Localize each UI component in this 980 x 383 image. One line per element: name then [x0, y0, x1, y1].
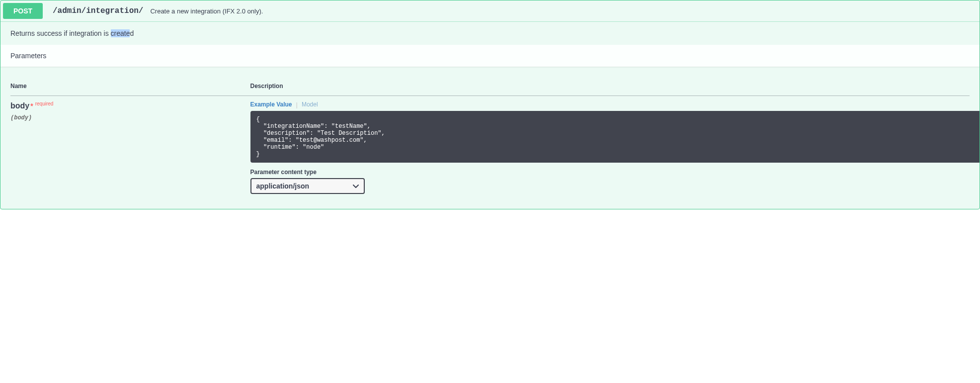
required-star: * — [30, 102, 33, 110]
operation-description: Returns success if integration is create… — [0, 22, 980, 45]
endpoint-path: /admin/integration/ — [48, 6, 148, 15]
tab-divider: | — [296, 101, 298, 108]
parameters-section-header: Parameters — [0, 45, 980, 67]
content-type-select[interactable]: application/json — [250, 178, 365, 194]
parameters-title: Parameters — [10, 52, 970, 60]
endpoint-summary: Create a new integration (IFX 2.0 only). — [148, 7, 263, 15]
description-text-post: d — [130, 29, 134, 37]
operation-block: POST /admin/integration/ Create a new in… — [0, 0, 980, 209]
model-example-tabs: Example Value | Model — [250, 101, 970, 111]
parameter-in: (body) — [10, 114, 250, 121]
description-text-pre: Returns success if integration is — [10, 29, 111, 37]
http-method-badge: POST — [3, 3, 43, 19]
tab-model[interactable]: Model — [302, 101, 318, 108]
parameter-name-cell: body*required (body) — [10, 96, 250, 199]
operation-summary-row[interactable]: POST /admin/integration/ Create a new in… — [0, 0, 980, 22]
table-header-row: Name Description — [10, 77, 970, 96]
required-label: required — [35, 101, 54, 106]
example-body-code[interactable]: { "integrationName": "testName", "descri… — [250, 111, 980, 163]
content-type-label: Parameter content type — [250, 169, 970, 176]
parameters-container: Name Description body*required (body) Ex… — [0, 67, 980, 209]
column-name-header: Name — [10, 77, 250, 96]
tab-example-value[interactable]: Example Value — [250, 101, 292, 108]
table-row: body*required (body) Example Value | Mod… — [10, 96, 970, 199]
content-type-select-wrap: application/json — [250, 178, 365, 194]
parameter-name: body — [10, 101, 29, 110]
description-text-highlight: create — [111, 29, 130, 37]
parameter-description-cell: Example Value | Model { "integrationName… — [250, 96, 970, 199]
parameters-table: Name Description body*required (body) Ex… — [10, 77, 970, 199]
column-description-header: Description — [250, 77, 970, 96]
